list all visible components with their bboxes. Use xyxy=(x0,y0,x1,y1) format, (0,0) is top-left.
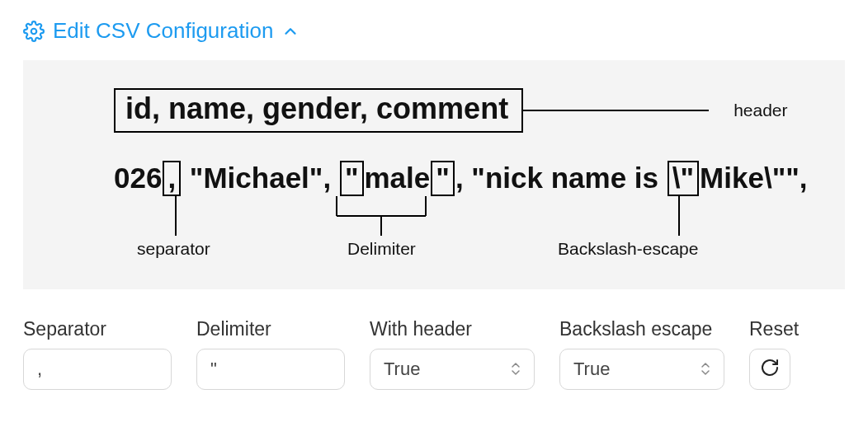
edit-csv-config-toggle[interactable]: Edit CSV Configuration xyxy=(23,18,300,44)
refresh-icon xyxy=(760,358,780,381)
delimiter-highlight-close: " xyxy=(431,161,455,196)
backslash-escape-select[interactable]: True xyxy=(559,349,724,390)
delimiter-callout-label: Delimiter xyxy=(347,239,416,259)
csv-row-text: , "nick name is xyxy=(455,162,667,195)
reset-label: Reset xyxy=(749,318,799,340)
separator-callout-label: separator xyxy=(137,239,210,259)
callout-connector xyxy=(523,110,709,111)
csv-row-text: 026 xyxy=(114,162,162,195)
delimiter-input[interactable] xyxy=(196,349,345,390)
csv-row-text: "Michael", xyxy=(182,162,339,195)
callouts-area: separator Delimiter Backslash-escape xyxy=(114,196,795,266)
delimiter-highlight-open: " xyxy=(340,161,364,196)
separator-input[interactable] xyxy=(23,349,172,390)
separator-highlight: , xyxy=(163,161,181,196)
delimiter-label: Delimiter xyxy=(196,318,345,340)
with-header-value: True xyxy=(384,359,420,380)
csv-row-text: male xyxy=(365,162,431,195)
csv-row-text: Mike\"", xyxy=(700,162,807,195)
gear-icon xyxy=(23,21,45,42)
reset-button[interactable] xyxy=(749,349,790,390)
csv-header-example: id, name, gender, comment xyxy=(114,88,523,133)
csv-illustration-panel: id, name, gender, comment header 026 , "… xyxy=(23,60,845,289)
backslash-escape-label: Backslash escape xyxy=(559,318,724,340)
stepper-icon xyxy=(511,362,521,376)
escape-highlight: \" xyxy=(668,161,699,196)
escape-callout-label: Backslash-escape xyxy=(558,239,698,259)
with-header-label: With header xyxy=(370,318,535,340)
svg-point-0 xyxy=(31,28,37,34)
chevron-up-icon xyxy=(281,22,300,40)
header-callout-label: header xyxy=(734,101,787,120)
config-title: Edit CSV Configuration xyxy=(53,18,273,44)
with-header-select[interactable]: True xyxy=(370,349,535,390)
stepper-icon xyxy=(701,362,710,376)
backslash-escape-value: True xyxy=(573,359,610,380)
csv-row-example: 026 , "Michael", " male " , "nick name i… xyxy=(114,161,795,196)
separator-label: Separator xyxy=(23,318,172,340)
controls-row: Separator Delimiter With header True Bac… xyxy=(23,318,845,390)
